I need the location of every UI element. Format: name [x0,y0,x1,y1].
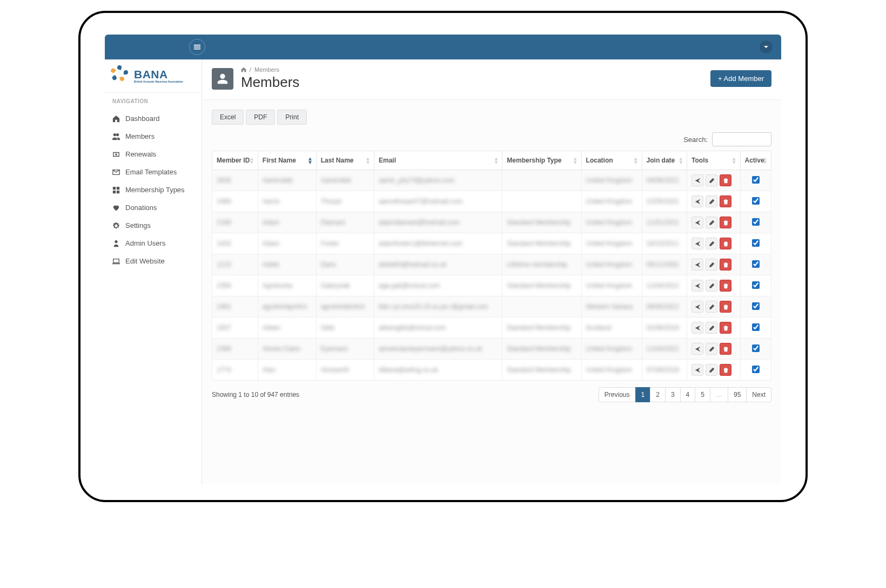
edit-button[interactable] [706,195,717,207]
active-checkbox[interactable] [752,197,760,205]
column-header[interactable]: Membership Type▲▼ [502,151,581,170]
delete-button[interactable] [720,238,731,249]
delete-button[interactable] [720,280,731,292]
send-button[interactable] [692,364,703,376]
pager-previous[interactable]: Previous [599,387,636,402]
edit-button[interactable] [706,280,717,292]
edit-button[interactable] [706,238,717,249]
send-button[interactable] [692,280,703,292]
table-row: 2462agrohimbpmKAagrohimbkmKAlide.r.pr.om… [212,296,771,317]
sidebar-item-renewals[interactable]: Renewals [105,145,202,163]
sidebar-item-edit-website[interactable]: Edit Website [105,252,202,270]
sidebar-toggle-button[interactable] [189,39,205,55]
send-button[interactable] [692,174,703,186]
delete-button[interactable] [720,195,731,207]
sidebar-item-label: Edit Website [125,257,165,265]
sidebar-item-label: Members [125,132,155,140]
export-excel-button[interactable]: Excel [212,110,244,125]
hamburger-icon [193,43,201,51]
active-checkbox[interactable] [752,281,760,289]
search-input[interactable] [712,132,771,146]
send-button[interactable] [692,195,703,207]
pager-page[interactable]: 5 [695,387,710,402]
pager-page[interactable]: 1 [635,387,651,402]
table-cell: Standard Membership [502,233,581,254]
table-cell: Gibb [316,317,374,339]
active-cell [740,360,771,381]
send-button[interactable] [692,217,703,228]
send-button[interactable] [692,238,703,249]
column-header[interactable]: Last Name▲▼ [316,151,374,170]
table-cell: Standard Membership [502,339,581,360]
table-cell: Ainsworth [316,360,374,381]
delete-button[interactable] [720,364,731,376]
delete-button[interactable] [720,217,731,228]
active-cell [740,317,771,339]
column-header[interactable]: Join date▲▼ [642,151,687,170]
column-header[interactable]: Member ID▲▼ [212,151,258,170]
pager-page: … [710,387,728,402]
sidebar-item-members[interactable]: Members [105,127,202,145]
table-row: 1433AdamFosteradamfoster1@btinternet.com… [212,233,771,254]
page-header: / Members Members + Add Member [202,60,781,100]
sidebar-item-dashboard[interactable]: Dashboard [105,110,202,127]
send-button[interactable] [692,259,703,271]
main-content: / Members Members + Add Member Excel PDF… [202,60,781,484]
delete-button[interactable] [720,174,731,186]
send-button[interactable] [692,322,703,334]
pager-page[interactable]: 2 [650,387,666,402]
table-cell: lide.r.pr.omo20.15.su.pe.r@gmail.com [374,296,502,317]
edit-button[interactable] [706,343,717,355]
active-checkbox[interactable] [752,302,760,310]
sidebar-item-membership-types[interactable]: Membership Types [105,181,202,199]
pager-page[interactable]: 95 [728,387,747,402]
sidebar-item-settings[interactable]: Settings [105,217,202,234]
pager-next[interactable]: Next [746,387,771,402]
table-cell: 2489 [212,191,258,212]
edit-button[interactable] [706,217,717,228]
active-checkbox[interactable] [752,218,760,226]
export-pdf-button[interactable]: PDF [246,110,275,125]
export-print-button[interactable]: Print [277,110,307,125]
delete-button[interactable] [720,322,731,334]
sidebar-item-email-templates[interactable]: Email Templates [105,163,202,181]
pager-page[interactable]: 3 [665,387,681,402]
sidebar-item-admin-users[interactable]: Admin Users [105,234,202,252]
table-cell: aileengibb@icloud.com [374,317,502,339]
active-checkbox[interactable] [752,260,760,268]
column-header[interactable]: First Name▲▼ [258,151,316,170]
table-cell: adamfoster1@btinternet.com [374,233,502,254]
table-cell: United Kingdom [581,170,642,191]
table-cell: Standard Membership [502,212,581,233]
tools-cell [687,296,741,317]
delete-button[interactable] [720,343,731,355]
column-header[interactable]: Tools▲▼ [687,151,741,170]
sidebar-item-donations[interactable]: Donations [105,199,202,217]
add-member-button[interactable]: + Add Member [710,70,771,87]
send-button[interactable] [692,301,703,313]
column-header[interactable]: Active▲▼ [740,151,771,170]
nav-header: NAVIGATION [105,93,202,110]
table-cell: United Kingdom [581,212,642,233]
delete-button[interactable] [720,301,731,313]
column-header[interactable]: Email▲▼ [374,151,502,170]
active-checkbox[interactable] [752,323,760,331]
table-info: Showing 1 to 10 of 947 entries [212,391,299,398]
table-cell: United Kingdom [581,191,642,212]
send-button[interactable] [692,343,703,355]
tools-cell [687,275,741,296]
user-menu-toggle[interactable] [760,40,773,53]
pager-page[interactable]: 4 [680,387,696,402]
edit-button[interactable] [706,364,717,376]
active-checkbox[interactable] [752,366,760,373]
active-checkbox[interactable] [752,239,760,247]
column-header[interactable]: Location▲▼ [581,151,642,170]
delete-button[interactable] [720,259,731,271]
active-checkbox[interactable] [752,176,760,184]
edit-button[interactable] [706,259,717,271]
edit-button[interactable] [706,322,717,334]
active-checkbox[interactable] [752,344,760,352]
table-cell: aamir_phy74@yahoo.com [374,170,502,191]
edit-button[interactable] [706,174,717,186]
edit-button[interactable] [706,301,717,313]
